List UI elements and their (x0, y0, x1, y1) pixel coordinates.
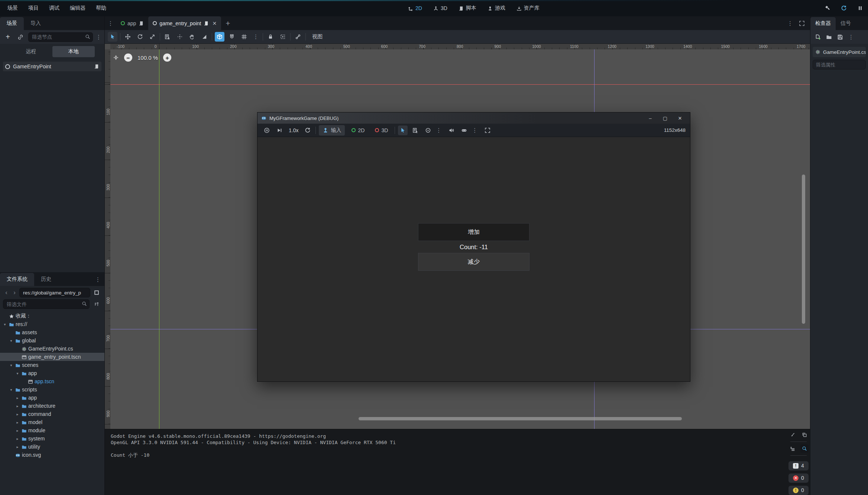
file-tree-row[interactable]: app.tscn (0, 377, 104, 385)
selection-menu-icon[interactable]: ⋮ (436, 127, 441, 134)
tab-filesystem[interactable]: 文件系统 (0, 273, 34, 286)
next-frame-button[interactable] (275, 126, 284, 135)
editor-mode-button[interactable]: 资产库 (513, 3, 543, 13)
file-tree-row[interactable]: ▾ scenes (0, 361, 104, 369)
input-mode-button[interactable]: 输入 (319, 125, 345, 136)
select-node-button[interactable] (398, 126, 408, 135)
decrease-button[interactable]: 减少 (418, 253, 529, 271)
list-select-button[interactable] (163, 32, 172, 42)
tree-arrow-icon[interactable]: ▾ (15, 371, 20, 375)
editor-mode-button[interactable]: 脚本 (455, 3, 480, 13)
script-icon[interactable] (204, 21, 209, 26)
menu-item[interactable]: 项目 (24, 3, 43, 13)
remote-button[interactable]: 远程 (10, 46, 52, 57)
filesystem-menu-icon[interactable]: ⋮ (95, 276, 101, 283)
file-tree-row[interactable]: ▾ res:// (0, 320, 104, 328)
file-tree-row[interactable]: ▸ model (0, 418, 104, 426)
file-tree-row[interactable]: ▾ global (0, 336, 104, 345)
file-tree-row[interactable]: 收藏： (0, 312, 104, 320)
file-tree-row[interactable]: ▸ system (0, 434, 104, 443)
scene-tree-root-node[interactable]: GameEntryPoint (3, 62, 101, 71)
tree-arrow-icon[interactable]: ▸ (15, 429, 20, 433)
file-tree-row[interactable]: game_entry_point.tscn (0, 353, 104, 361)
tree-arrow-icon[interactable]: ▸ (15, 445, 20, 449)
warning-count-badge[interactable]: ! 0 (788, 486, 809, 495)
script-icon[interactable] (139, 21, 144, 26)
vertical-scrollbar[interactable] (802, 175, 805, 324)
error-count-badge[interactable]: ✕ 0 (788, 473, 809, 483)
skeleton-button[interactable] (293, 32, 303, 42)
load-resource-icon[interactable] (826, 34, 832, 40)
scene-tab-game-entry-point[interactable]: game_entry_point ✕ (148, 16, 221, 30)
fullscreen-button[interactable] (483, 126, 492, 135)
scene-tabs-menu-icon[interactable]: ⋮ (105, 20, 116, 27)
tab-signals[interactable]: 信号 (836, 17, 856, 30)
file-tree-row[interactable]: ▸ architecture (0, 402, 104, 410)
snap-options-button[interactable] (239, 32, 249, 42)
file-tree-row[interactable]: GameEntryPoint.cs (0, 345, 104, 353)
tree-arrow-icon[interactable]: ▸ (15, 396, 20, 400)
file-tree-row[interactable]: ▸ app (0, 394, 104, 402)
tree-arrow-icon[interactable]: ▾ (9, 388, 14, 392)
filter-nodes-input[interactable] (28, 32, 93, 42)
distraction-free-icon[interactable] (799, 20, 805, 26)
menu-item[interactable]: 场景 (3, 3, 22, 13)
lock-button[interactable] (266, 32, 275, 42)
ruler-tool-button[interactable] (200, 32, 209, 42)
tree-arrow-icon[interactable]: ▸ (15, 404, 20, 408)
copy-output-icon[interactable] (800, 431, 809, 439)
collapse-messages-icon[interactable] (788, 444, 797, 453)
zoom-out-button[interactable]: − (124, 53, 132, 62)
zoom-in-button[interactable]: + (163, 53, 171, 62)
tree-arrow-icon[interactable]: ▸ (15, 437, 20, 441)
smart-snap-button[interactable] (215, 32, 224, 42)
suspend-button[interactable] (262, 126, 272, 135)
sort-files-icon[interactable] (92, 299, 101, 309)
editor-mode-button[interactable]: 3D (430, 4, 451, 13)
menu-item[interactable]: 调试 (45, 3, 64, 13)
scene-tab-app[interactable]: app (116, 16, 148, 30)
tree-arrow-icon[interactable]: ▾ (9, 363, 14, 367)
canvas-viewport[interactable]: -100010020030040050060070080090010001100… (105, 44, 810, 429)
file-tree-row[interactable]: ▸ command (0, 410, 104, 418)
restart-button[interactable] (303, 126, 312, 135)
add-node-button[interactable]: + (3, 32, 13, 42)
editor-mode-button[interactable]: 2D (404, 4, 426, 13)
tree-arrow-icon[interactable]: ▾ (2, 322, 7, 326)
tabstrip-menu-icon[interactable]: ⋮ (787, 20, 793, 27)
grid-snap-button[interactable] (227, 32, 237, 42)
file-tree-row[interactable]: assets (0, 328, 104, 336)
hammer-icon[interactable] (822, 3, 833, 14)
tree-arrow-icon[interactable]: ▸ (15, 412, 20, 416)
nav-forward-icon[interactable]: › (11, 288, 18, 297)
horizontal-scrollbar[interactable] (359, 417, 682, 420)
tab-inspector[interactable]: 检查器 (810, 17, 836, 30)
select-tool-button[interactable] (108, 32, 117, 42)
scale-tool-button[interactable] (148, 32, 157, 42)
tree-arrow-icon[interactable]: ▸ (15, 420, 20, 424)
new-resource-icon[interactable] (815, 34, 821, 40)
group-button[interactable] (278, 32, 288, 42)
move-tool-button[interactable] (123, 32, 133, 42)
center-view-icon[interactable] (113, 55, 119, 61)
tab-history[interactable]: 历史 (34, 273, 58, 286)
pick-3d-button[interactable]: 3D (371, 125, 392, 136)
list-select-button[interactable] (411, 126, 420, 135)
file-tree-row[interactable]: icon.svg (0, 451, 104, 459)
filter-properties-input[interactable] (813, 60, 866, 69)
game-menu-icon[interactable]: ⋮ (472, 127, 477, 134)
close-tab-icon[interactable]: ✕ (212, 20, 217, 26)
debug-options-button[interactable] (459, 126, 469, 135)
increase-button[interactable]: 增加 (418, 223, 529, 241)
menu-item[interactable]: 帮助 (91, 3, 111, 13)
current-path-input[interactable] (19, 288, 90, 297)
pick-2d-button[interactable]: 2D (348, 125, 368, 136)
inspected-object-row[interactable]: GameEntryPoint.cs (813, 47, 866, 57)
split-view-icon[interactable] (92, 288, 101, 297)
file-tree-row[interactable]: ▸ utility (0, 443, 104, 451)
message-count-badge[interactable]: ! 4 (788, 461, 809, 470)
scene-dock-menu-icon[interactable]: ⋮ (96, 34, 101, 40)
script-icon[interactable] (94, 64, 99, 69)
focus-selection-button[interactable] (423, 126, 433, 135)
view-menu-button[interactable]: 视图 (308, 33, 326, 40)
